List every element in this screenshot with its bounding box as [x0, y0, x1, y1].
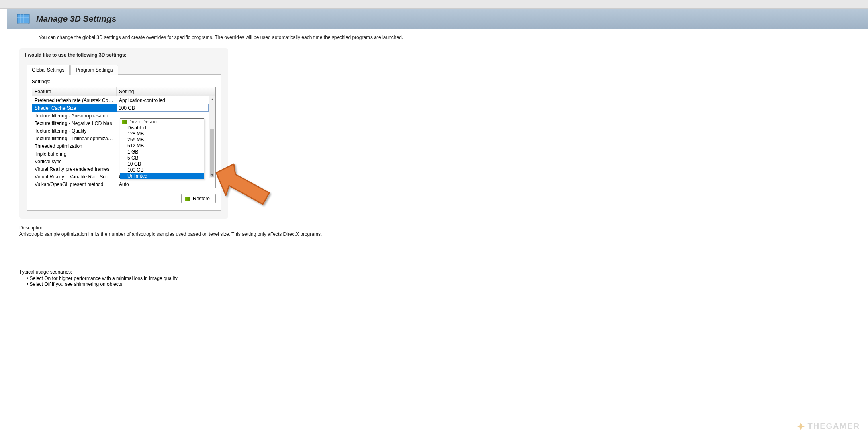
table-row-selected[interactable]: Shader Cache Size ▾ — [32, 104, 215, 112]
tabs-bar: Global Settings Program Settings — [27, 65, 221, 75]
tab-program-settings[interactable]: Program Settings — [70, 65, 118, 75]
nvidia-logo-icon — [185, 197, 190, 201]
dropdown-item-label: Driver Default — [128, 119, 158, 125]
row-feature: Shader Cache Size — [32, 105, 117, 111]
shader-cache-size-input[interactable] — [117, 104, 208, 112]
svg-point-6 — [18, 23, 28, 25]
scrollbar[interactable]: ▲ ▼ — [209, 96, 215, 178]
row-feature: Virtual Reality – Variable Rate Super Sa… — [32, 174, 117, 180]
row-feature: Virtual Reality pre-rendered frames — [32, 166, 117, 172]
dropdown-item[interactable]: 128 MB — [120, 131, 204, 137]
row-feature: Texture filtering - Anisotropic sample o… — [32, 113, 117, 119]
usage-item: Select Off if you see shimmering on obje… — [27, 281, 856, 287]
usage-block: Typical usage scenarios: Select On for h… — [7, 265, 868, 291]
section-label: I would like to use the following 3D set… — [19, 48, 228, 62]
dropdown-item[interactable]: 1 GB — [120, 149, 204, 155]
row-feature: Threaded optimization — [32, 143, 117, 149]
usage-heading: Typical usage scenarios: — [19, 269, 856, 275]
scrollbar-thumb[interactable] — [210, 129, 214, 176]
settings-table-label: Settings: — [32, 79, 216, 84]
dropdown-item-highlighted[interactable]: Unlimited — [120, 173, 204, 179]
dropdown-item[interactable]: 10 GB — [120, 161, 204, 167]
settings-panel: Global Settings Program Settings Setting… — [19, 62, 228, 219]
table-row[interactable]: Vulkan/OpenGL present method Auto — [32, 180, 215, 188]
row-setting — [117, 115, 215, 116]
left-sidebar-collapsed — [0, 9, 7, 434]
intro-text: You can change the global 3D settings an… — [7, 29, 868, 46]
settings-table: Feature Setting Preferred refresh rate (… — [32, 87, 216, 188]
row-feature: Texture filtering - Negative LOD bias — [32, 120, 117, 127]
row-feature: Texture filtering - Trilinear optimizati… — [32, 135, 117, 142]
dropdown-item[interactable]: 256 MB — [120, 137, 204, 143]
row-feature: Vulkan/OpenGL present method — [32, 181, 117, 188]
dropdown-item-driver-default[interactable]: Driver Default — [120, 119, 204, 125]
col-header-setting: Setting — [117, 87, 215, 96]
window-titlebar — [0, 0, 868, 9]
row-feature: Preferred refresh rate (Asustek Computer… — [32, 97, 117, 104]
description-text: Anisotropic sample optimization limits t… — [19, 231, 325, 237]
watermark: THEGAMER — [796, 422, 860, 431]
shader-cache-size-dropdown: Driver Default Disabled 128 MB 256 MB 51… — [120, 118, 204, 179]
page-header: Manage 3D Settings — [7, 9, 868, 29]
page-title: Manage 3D Settings — [36, 14, 117, 24]
usage-item: Select On for higher performance with a … — [27, 276, 856, 281]
col-header-feature: Feature — [32, 87, 117, 96]
description-block: Description: Anisotropic sample optimiza… — [7, 221, 868, 241]
row-setting-combo: ▾ — [117, 104, 215, 112]
tab-global-settings[interactable]: Global Settings — [27, 65, 70, 75]
row-feature: Texture filtering - Quality — [32, 128, 117, 134]
row-setting: Auto — [117, 181, 215, 188]
dropdown-item[interactable]: 512 MB — [120, 143, 204, 149]
nvidia-logo-icon — [122, 120, 127, 124]
scroll-down-icon[interactable]: ▼ — [209, 171, 215, 178]
row-feature: Triple buffering — [32, 151, 117, 157]
restore-button-label: Restore — [193, 196, 210, 201]
table-row[interactable]: Preferred refresh rate (Asustek Computer… — [32, 96, 215, 104]
header-3d-icon — [15, 11, 31, 27]
watermark-text: THEGAMER — [808, 422, 860, 431]
watermark-icon — [796, 422, 805, 431]
row-feature: Vertical sync — [32, 158, 117, 165]
dropdown-item[interactable]: 100 GB — [120, 167, 204, 173]
settings-table-header: Feature Setting — [32, 87, 215, 96]
row-setting: Application-controlled — [117, 97, 215, 104]
tab-body: Settings: Feature Setting Preferred refr… — [27, 74, 221, 211]
svg-rect-0 — [17, 14, 29, 23]
dropdown-item[interactable]: 5 GB — [120, 155, 204, 161]
description-heading: Description: — [19, 225, 856, 231]
svg-marker-7 — [797, 422, 804, 430]
restore-button[interactable]: Restore — [181, 194, 216, 203]
scroll-up-icon[interactable]: ▲ — [209, 96, 215, 103]
dropdown-item[interactable]: Disabled — [120, 125, 204, 131]
